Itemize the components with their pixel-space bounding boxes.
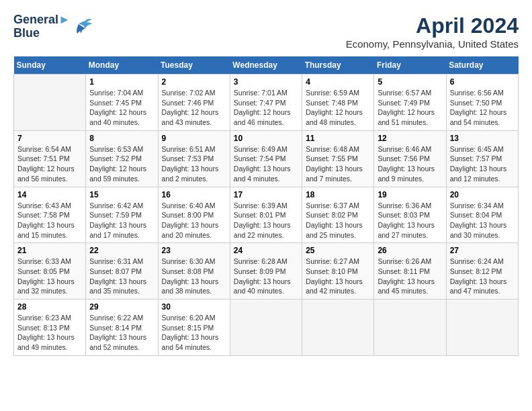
calendar-cell: 26Sunrise: 6:26 AM Sunset: 8:11 PM Dayli…: [374, 243, 446, 300]
calendar-cell: 25Sunrise: 6:27 AM Sunset: 8:10 PM Dayli…: [302, 243, 374, 300]
day-number: 29: [89, 302, 154, 312]
day-of-week-header: Wednesday: [230, 56, 302, 75]
calendar-cell: 15Sunrise: 6:42 AM Sunset: 7:59 PM Dayli…: [86, 187, 158, 243]
day-info: Sunrise: 6:43 AM Sunset: 7:58 PM Dayligh…: [17, 201, 82, 240]
calendar-cell: [230, 300, 302, 356]
calendar-week-row: 28Sunrise: 6:23 AM Sunset: 8:13 PM Dayli…: [14, 300, 519, 356]
calendar-cell: 7Sunrise: 6:54 AM Sunset: 7:51 PM Daylig…: [14, 130, 86, 187]
day-of-week-header: Sunday: [14, 56, 86, 75]
day-info: Sunrise: 7:04 AM Sunset: 7:45 PM Dayligh…: [89, 88, 154, 128]
day-number: 16: [162, 190, 226, 199]
page-header: General►Blue April 2024 Economy, Pennsyl…: [13, 13, 519, 50]
calendar-cell: 17Sunrise: 6:39 AM Sunset: 8:01 PM Dayli…: [230, 187, 302, 243]
calendar-cell: 20Sunrise: 6:34 AM Sunset: 8:04 PM Dayli…: [446, 187, 518, 243]
day-number: 24: [234, 246, 298, 255]
day-of-week-header: Thursday: [302, 56, 374, 75]
day-number: 15: [89, 190, 154, 199]
calendar-cell: 27Sunrise: 6:24 AM Sunset: 8:12 PM Dayli…: [446, 243, 518, 300]
calendar-cell: 12Sunrise: 6:46 AM Sunset: 7:56 PM Dayli…: [374, 130, 446, 187]
logo: General►Blue: [13, 13, 92, 40]
subtitle: Economy, Pennsylvania, United States: [346, 38, 519, 50]
day-info: Sunrise: 6:45 AM Sunset: 7:57 PM Dayligh…: [450, 144, 515, 184]
day-info: Sunrise: 6:49 AM Sunset: 7:54 PM Dayligh…: [234, 144, 298, 184]
calendar-cell: [14, 75, 86, 131]
calendar-cell: 6Sunrise: 6:56 AM Sunset: 7:50 PM Daylig…: [446, 75, 518, 131]
calendar-cell: 2Sunrise: 7:02 AM Sunset: 7:46 PM Daylig…: [158, 75, 230, 131]
day-of-week-header: Friday: [374, 56, 446, 75]
day-number: 12: [378, 134, 442, 143]
calendar-cell: 28Sunrise: 6:23 AM Sunset: 8:13 PM Dayli…: [14, 300, 86, 356]
calendar-cell: 9Sunrise: 6:51 AM Sunset: 7:53 PM Daylig…: [158, 130, 230, 187]
day-number: 7: [17, 134, 82, 143]
day-number: 26: [378, 246, 442, 255]
calendar-cell: 11Sunrise: 6:48 AM Sunset: 7:55 PM Dayli…: [302, 130, 374, 187]
day-info: Sunrise: 6:53 AM Sunset: 7:52 PM Dayligh…: [89, 144, 154, 184]
day-number: 17: [234, 190, 298, 199]
day-info: Sunrise: 6:40 AM Sunset: 8:00 PM Dayligh…: [162, 201, 226, 240]
day-info: Sunrise: 6:20 AM Sunset: 8:15 PM Dayligh…: [162, 313, 226, 353]
day-number: 2: [162, 77, 226, 87]
day-info: Sunrise: 6:27 AM Sunset: 8:10 PM Dayligh…: [306, 257, 370, 296]
logo-text: General►Blue: [13, 13, 71, 40]
day-info: Sunrise: 6:24 AM Sunset: 8:12 PM Dayligh…: [450, 257, 515, 296]
day-number: 23: [162, 246, 226, 255]
day-number: 27: [450, 246, 515, 255]
calendar-cell: 29Sunrise: 6:22 AM Sunset: 8:14 PM Dayli…: [86, 300, 158, 356]
day-info: Sunrise: 6:22 AM Sunset: 8:14 PM Dayligh…: [89, 313, 154, 353]
calendar-table: SundayMondayTuesdayWednesdayThursdayFrid…: [13, 56, 519, 356]
day-number: 5: [378, 77, 442, 87]
day-of-week-header: Monday: [86, 56, 158, 75]
day-number: 21: [17, 246, 82, 255]
calendar-cell: 21Sunrise: 6:33 AM Sunset: 8:05 PM Dayli…: [14, 243, 86, 300]
calendar-cell: 24Sunrise: 6:28 AM Sunset: 8:09 PM Dayli…: [230, 243, 302, 300]
day-number: 20: [450, 190, 515, 199]
day-info: Sunrise: 6:42 AM Sunset: 7:59 PM Dayligh…: [89, 201, 154, 240]
calendar-cell: 13Sunrise: 6:45 AM Sunset: 7:57 PM Dayli…: [446, 130, 518, 187]
calendar-cell: [446, 300, 518, 356]
day-number: 25: [306, 246, 370, 255]
day-number: 3: [234, 77, 298, 87]
calendar-cell: 5Sunrise: 6:57 AM Sunset: 7:49 PM Daylig…: [374, 75, 446, 131]
day-info: Sunrise: 6:23 AM Sunset: 8:13 PM Dayligh…: [17, 313, 82, 353]
calendar-cell: 22Sunrise: 6:31 AM Sunset: 8:07 PM Dayli…: [86, 243, 158, 300]
calendar-cell: 3Sunrise: 7:01 AM Sunset: 7:47 PM Daylig…: [230, 75, 302, 131]
day-number: 10: [234, 134, 298, 143]
day-info: Sunrise: 6:46 AM Sunset: 7:56 PM Dayligh…: [378, 144, 442, 184]
day-info: Sunrise: 6:54 AM Sunset: 7:51 PM Dayligh…: [17, 144, 82, 184]
day-number: 18: [306, 190, 370, 199]
day-info: Sunrise: 6:34 AM Sunset: 8:04 PM Dayligh…: [450, 201, 515, 240]
day-info: Sunrise: 6:56 AM Sunset: 7:50 PM Dayligh…: [450, 88, 515, 128]
day-number: 4: [306, 77, 370, 87]
calendar-cell: 16Sunrise: 6:40 AM Sunset: 8:00 PM Dayli…: [158, 187, 230, 243]
day-info: Sunrise: 7:01 AM Sunset: 7:47 PM Dayligh…: [234, 88, 298, 128]
day-info: Sunrise: 7:02 AM Sunset: 7:46 PM Dayligh…: [162, 88, 226, 128]
day-info: Sunrise: 6:26 AM Sunset: 8:11 PM Dayligh…: [378, 257, 442, 296]
calendar-cell: 18Sunrise: 6:37 AM Sunset: 8:02 PM Dayli…: [302, 187, 374, 243]
day-info: Sunrise: 6:36 AM Sunset: 8:03 PM Dayligh…: [378, 201, 442, 240]
calendar-cell: [302, 300, 374, 356]
day-number: 30: [162, 302, 226, 312]
calendar-header-row: SundayMondayTuesdayWednesdayThursdayFrid…: [14, 56, 519, 75]
day-number: 19: [378, 190, 442, 199]
day-info: Sunrise: 6:39 AM Sunset: 8:01 PM Dayligh…: [234, 201, 298, 240]
day-number: 14: [17, 190, 82, 199]
day-number: 22: [89, 246, 154, 255]
day-info: Sunrise: 6:59 AM Sunset: 7:48 PM Dayligh…: [306, 88, 370, 128]
calendar-cell: 19Sunrise: 6:36 AM Sunset: 8:03 PM Dayli…: [374, 187, 446, 243]
day-number: 8: [89, 134, 154, 143]
day-info: Sunrise: 6:37 AM Sunset: 8:02 PM Dayligh…: [306, 201, 370, 240]
calendar-week-row: 14Sunrise: 6:43 AM Sunset: 7:58 PM Dayli…: [14, 187, 519, 243]
day-number: 28: [17, 302, 82, 312]
day-number: 1: [89, 77, 154, 87]
calendar-cell: 1Sunrise: 7:04 AM Sunset: 7:45 PM Daylig…: [86, 75, 158, 131]
day-info: Sunrise: 6:48 AM Sunset: 7:55 PM Dayligh…: [306, 144, 370, 184]
calendar-week-row: 7Sunrise: 6:54 AM Sunset: 7:51 PM Daylig…: [14, 130, 519, 187]
day-info: Sunrise: 6:31 AM Sunset: 8:07 PM Dayligh…: [89, 257, 154, 296]
calendar-cell: 10Sunrise: 6:49 AM Sunset: 7:54 PM Dayli…: [230, 130, 302, 187]
calendar-cell: 8Sunrise: 6:53 AM Sunset: 7:52 PM Daylig…: [86, 130, 158, 187]
logo-bird-icon: [72, 17, 92, 36]
day-info: Sunrise: 6:33 AM Sunset: 8:05 PM Dayligh…: [17, 257, 82, 296]
day-number: 13: [450, 134, 515, 143]
day-info: Sunrise: 6:28 AM Sunset: 8:09 PM Dayligh…: [234, 257, 298, 296]
day-info: Sunrise: 6:51 AM Sunset: 7:53 PM Dayligh…: [162, 144, 226, 184]
